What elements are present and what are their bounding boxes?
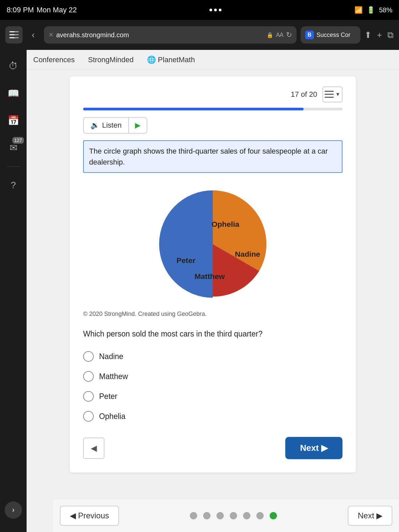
url-text: averahs.strongmind.com: [56, 31, 264, 39]
battery-icon: 🔋: [367, 6, 375, 14]
mail-badge: 127: [12, 137, 24, 144]
chart-container: Ophelia Nadine Matthew Peter © 2020 Stro…: [83, 181, 342, 326]
progress-row: 17 of 20 ▼: [83, 86, 342, 102]
back-button[interactable]: ‹: [27, 28, 40, 42]
option-matthew[interactable]: Matthew: [83, 366, 342, 386]
menu-dropdown-btn[interactable]: ▼: [323, 86, 342, 102]
bottom-prev-label: ◀ Previous: [70, 511, 109, 520]
wifi-icon: 📶: [354, 6, 363, 14]
listen-label: Listen: [102, 121, 122, 130]
dot-6: [256, 512, 264, 519]
option-peter[interactable]: Peter: [83, 386, 342, 406]
prev-button[interactable]: ◀: [83, 438, 104, 459]
next-label: Next ▶: [300, 443, 328, 453]
bottom-prev-button[interactable]: ◀ Previous: [60, 506, 119, 526]
main-content: 17 of 20 ▼ 🔉 Listen ▶: [27, 70, 399, 532]
dot-2: [203, 512, 210, 519]
sidebar-icon-gauge[interactable]: ⏱: [5, 57, 22, 74]
quiz-card: 17 of 20 ▼ 🔉 Listen ▶: [70, 76, 356, 472]
progress-text: 17 of 20: [291, 90, 317, 99]
active-tab[interactable]: B Success Cor: [301, 26, 360, 44]
sidebar-expand-btn[interactable]: ›: [5, 501, 22, 519]
pie-slice-peter: [159, 191, 213, 298]
next-button[interactable]: Next ▶: [285, 437, 342, 459]
dots-row: [190, 512, 277, 519]
refresh-icon[interactable]: ↻: [286, 31, 292, 39]
option-nadine-label: Nadine: [99, 352, 123, 361]
share-icon[interactable]: ⬆: [364, 30, 372, 40]
svg-rect-4: [14, 34, 19, 35]
option-ophelia[interactable]: Ophelia: [83, 406, 342, 426]
lock-icon: 🔒: [267, 32, 273, 38]
label-ophelia: Ophelia: [211, 220, 239, 228]
status-day: Mon May 22: [37, 6, 77, 14]
progress-bar-container: [83, 108, 342, 110]
prev-icon: ◀: [91, 444, 97, 453]
address-close-icon: ✕: [49, 31, 54, 39]
dot-7-active: [270, 512, 277, 519]
address-bar[interactable]: ✕ averahs.strongmind.com 🔒 AA ↻: [44, 26, 297, 44]
dot-5: [243, 512, 250, 519]
option-peter-label: Peter: [99, 392, 117, 401]
tab-favicon: B: [305, 31, 314, 39]
question-intro-text: The circle graph shows the third-quarter…: [83, 140, 342, 173]
sub-question-text: Which person sold the most cars in the t…: [83, 330, 342, 338]
progress-bar-fill: [83, 108, 304, 110]
status-left: 8:09 PM Mon May 22: [7, 6, 77, 14]
speaker-icon: 🔉: [90, 121, 99, 130]
dot-1: [190, 512, 197, 519]
sidebar-icon-calendar[interactable]: 📅: [5, 112, 22, 129]
sidebar-icon-help[interactable]: ?: [5, 177, 22, 194]
svg-rect-8: [325, 97, 334, 98]
bottom-next-label: Next ▶: [358, 511, 382, 520]
browser-bar: ‹ ✕ averahs.strongmind.com 🔒 AA ↻ B Succ…: [0, 20, 399, 50]
question-intro-content: The circle graph shows the third-quarter…: [89, 147, 328, 166]
listen-row: 🔉 Listen ▶: [83, 117, 342, 134]
dot-3: [216, 512, 224, 519]
battery-text: 58%: [379, 6, 392, 14]
sidebar-divider: [7, 166, 20, 167]
listen-button[interactable]: 🔉 Listen: [83, 117, 128, 134]
text-size-icon[interactable]: AA: [276, 32, 283, 39]
svg-rect-7: [325, 94, 334, 95]
tab-label: Success Cor: [317, 32, 350, 39]
radio-peter[interactable]: [83, 391, 94, 402]
option-ophelia-label: Ophelia: [99, 412, 125, 421]
status-dots: [209, 9, 221, 11]
nav-tab-planetmath[interactable]: 🌐 PlanetMath: [147, 56, 195, 64]
sidebar-icon-book[interactable]: 📖: [5, 84, 22, 102]
label-peter: Peter: [177, 256, 196, 265]
pie-chart: Ophelia Nadine Matthew Peter: [150, 181, 276, 307]
left-sidebar: 💡 ⏱ 📖 📅 ✉ 127 ? ›: [0, 20, 27, 532]
label-matthew: Matthew: [195, 272, 225, 281]
status-right: 📶 🔋 58%: [354, 6, 392, 14]
label-nadine: Nadine: [235, 250, 260, 258]
answer-options: Nadine Matthew Peter Ophelia: [83, 346, 342, 426]
nav-tab-conferences[interactable]: Conferences: [33, 56, 75, 64]
nav-buttons: ◀ Next ▶: [83, 437, 342, 459]
option-matthew-label: Matthew: [99, 372, 128, 381]
play-icon: ▶: [135, 121, 141, 129]
tabs-icon[interactable]: ⧉: [387, 30, 394, 40]
sidebar-toggle-btn[interactable]: [5, 26, 23, 44]
radio-matthew[interactable]: [83, 371, 94, 382]
status-bar: 8:09 PM Mon May 22 📶 🔋 58%: [0, 0, 399, 20]
svg-rect-5: [14, 37, 19, 38]
dot-4: [230, 512, 237, 519]
chart-copyright: © 2020 StrongMind. Created using GeoGebr…: [83, 311, 206, 318]
radio-ophelia[interactable]: [83, 411, 94, 422]
browser-actions: ⬆ + ⧉: [364, 30, 394, 40]
nav-tab-strongminded[interactable]: StrongMinded: [88, 56, 134, 64]
bottom-nav: ◀ Previous Next ▶: [53, 499, 399, 532]
svg-rect-3: [14, 31, 19, 32]
new-tab-icon[interactable]: +: [377, 30, 382, 40]
radio-nadine[interactable]: [83, 351, 94, 362]
option-nadine[interactable]: Nadine: [83, 346, 342, 366]
bottom-next-button[interactable]: Next ▶: [348, 506, 392, 526]
svg-rect-6: [325, 91, 334, 92]
status-time: 8:09 PM: [7, 6, 34, 14]
play-button[interactable]: ▶: [128, 117, 147, 134]
nav-tabs-row: Conferences StrongMinded 🌐 PlanetMath: [27, 50, 399, 70]
sidebar-icon-mail[interactable]: ✉ 127: [5, 139, 22, 156]
